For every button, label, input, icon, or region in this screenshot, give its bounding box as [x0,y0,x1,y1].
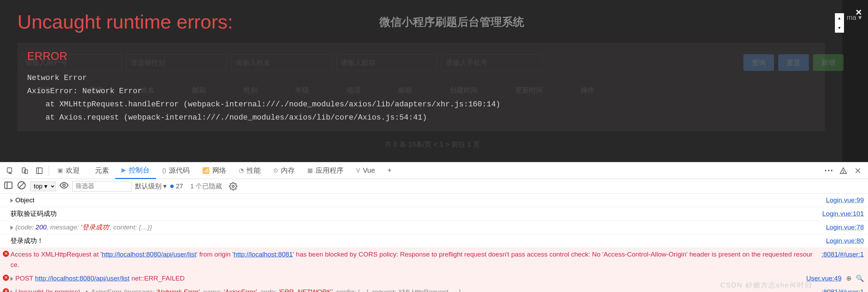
tab-欢迎[interactable]: ▣欢迎 [51,162,86,179]
inspect-icon[interactable] [3,163,17,178]
device-toggle-icon[interactable] [17,163,32,178]
warning-icon[interactable] [836,163,851,178]
console-row[interactable]: 登录成功！Login.vue:80 [0,234,868,248]
error-heading: ERROR [27,50,815,63]
source-link[interactable]: :8081/#/user:1 [815,287,864,292]
clear-console-icon[interactable] [17,180,26,192]
console-row[interactable]: ObjectLogin.vue:99 [0,194,868,207]
source-link[interactable]: Login.vue:99 [819,195,864,205]
search-icon[interactable]: 🔍 [856,275,864,282]
tab-网络[interactable]: 📶网络 [196,162,232,179]
overlay-title: Uncaught runtime errors: [17,10,825,33]
error-icon: ✕ [3,288,9,292]
add-tab-button[interactable]: + [381,162,398,179]
svg-point-6 [843,172,844,172]
error-box: ERROR Network Error AxiosError: Network … [17,43,825,131]
svg-point-13 [63,184,65,187]
runtime-error-overlay: Uncaught runtime errors: ERROR Network E… [0,0,842,162]
svg-rect-3 [37,168,42,173]
svg-rect-9 [5,182,12,189]
filter-input[interactable] [72,181,132,192]
issues-count[interactable]: 27 [170,182,183,190]
svg-line-12 [19,183,24,188]
console-toolbar: top ▾ 默认级别 ▾ 27 1 个已隐藏 [0,179,868,194]
console-row[interactable]: ✕Access to XMLHttpRequest at 'http://loc… [0,248,868,272]
log-level-select[interactable]: 默认级别 ▾ [135,182,167,191]
svg-point-14 [232,185,234,187]
dock-icon[interactable] [32,163,47,178]
source-link[interactable]: Login.vue:80 [819,236,864,246]
source-link[interactable]: :8081/#/user:1 [815,249,864,270]
svg-rect-0 [7,168,12,172]
gear-icon[interactable] [229,182,237,190]
source-link[interactable]: Login.vue:101 [815,209,864,219]
tab-源代码[interactable]: {}源代码 [156,162,196,179]
devtools-tabbar: ▣欢迎元素▶控制台{}源代码📶网络◔性能⊙内存▦应用程序VVue + ⋯ [0,162,868,179]
tab-元素[interactable]: 元素 [86,162,115,179]
console-row[interactable]: {code: 200, message: '登录成功', content: {…… [0,221,868,234]
tab-控制台[interactable]: ▶控制台 [115,162,156,179]
watermark: CSDN 砂糖方志she何时归 [720,281,812,290]
source-link[interactable]: Login.vue:78 [819,222,864,233]
console-body[interactable]: ObjectLogin.vue:99获取验证码成功Login.vue:101{c… [0,194,868,292]
hidden-count: 1 个已隐藏 [190,182,222,191]
console-row[interactable]: 获取验证码成功Login.vue:101 [0,207,868,221]
error-stack: Network Error AxiosError: Network Error … [27,72,815,124]
tab-Vue[interactable]: VVue [350,162,381,179]
devtools-panel: ▣欢迎元素▶控制台{}源代码📶网络◔性能⊙内存▦应用程序VVue + ⋯ top… [0,162,868,292]
tab-内存[interactable]: ⊙内存 [267,162,301,179]
error-icon: ✕ [3,275,9,281]
copy-icon[interactable]: ⊕ [845,275,853,282]
close-icon[interactable]: × [855,6,862,18]
more-icon[interactable]: ⋯ [821,163,836,178]
devtools-close-icon[interactable] [851,163,865,178]
error-icon: ✕ [3,251,9,257]
console-sidebar-toggle-icon[interactable] [3,180,13,192]
tab-性能[interactable]: ◔性能 [232,162,267,179]
eye-icon[interactable] [59,180,69,192]
context-select[interactable]: top ▾ [30,181,56,191]
tab-应用程序[interactable]: ▦应用程序 [301,162,350,179]
